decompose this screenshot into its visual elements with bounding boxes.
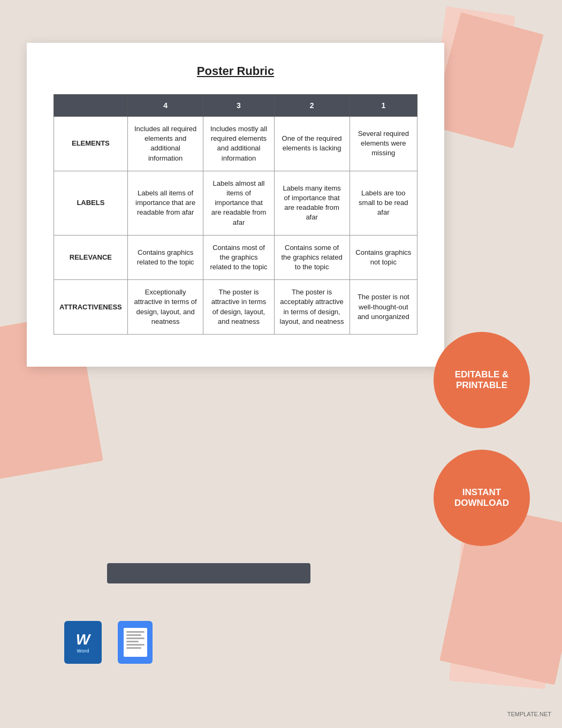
- row-label-labels: LABELS: [54, 171, 128, 235]
- relevance-2: Contains some of the graphics related to…: [274, 235, 350, 280]
- labels-2: Labels many items of importance that are…: [274, 171, 350, 235]
- header-1: 1: [350, 95, 417, 117]
- elements-3: Includes mostly all required elements an…: [203, 117, 274, 171]
- relevance-1: Contains graphics not topic: [350, 235, 417, 280]
- instant-download-badge: INSTANT DOWNLOAD: [434, 450, 530, 546]
- editable-line2: PRINTABLE: [456, 380, 507, 391]
- header-2: 2: [274, 95, 350, 117]
- page-title: Poster Rubric: [54, 64, 417, 78]
- table-row: LABELS Labels all items of importance th…: [54, 171, 417, 235]
- word-icon[interactable]: W Word: [64, 621, 102, 664]
- header-category: [54, 95, 128, 117]
- gdoc-line: [126, 647, 142, 649]
- relevance-4: Contains graphics related to the topic: [127, 235, 203, 280]
- gdoc-line: [126, 641, 139, 642]
- editable-line1: EDITABLE &: [455, 369, 509, 380]
- elements-1: Several required elements were missing: [350, 117, 417, 171]
- document-card: Poster Rubric 4 3 2 1 ELEMENTS Includes …: [27, 43, 444, 367]
- table-row: RELEVANCE Contains graphics related to t…: [54, 235, 417, 280]
- table-row: ELEMENTS Includes all required elements …: [54, 117, 417, 171]
- elements-4: Includes all required elements and addit…: [127, 117, 203, 171]
- gdoc-line: [126, 634, 142, 636]
- gdoc-icon[interactable]: [118, 621, 153, 664]
- attractiveness-3: The poster is attractive in terms of des…: [203, 280, 274, 335]
- table-row: ATTRACTIVENESS Exceptionally attractive …: [54, 280, 417, 335]
- row-label-elements: ELEMENTS: [54, 117, 128, 171]
- row-label-attractiveness: ATTRACTIVENESS: [54, 280, 128, 335]
- labels-4: Labels all items of importance that are …: [127, 171, 203, 235]
- gdoc-line: [126, 644, 145, 646]
- relevance-3: Contains most of the graphics related to…: [203, 235, 274, 280]
- header-4: 4: [127, 95, 203, 117]
- attractiveness-4: Exceptionally attractive in terms of des…: [127, 280, 203, 335]
- download-line1: INSTANT: [462, 487, 501, 498]
- gdoc-icon-inner: [124, 628, 147, 657]
- word-icon-letter: W: [76, 631, 90, 648]
- rubric-table: 4 3 2 1 ELEMENTS Includes all required e…: [54, 94, 417, 335]
- gdoc-line: [126, 638, 145, 639]
- watermark: TEMPLATE.NET: [507, 711, 551, 717]
- attractiveness-1: The poster is not well-thought-out and u…: [350, 280, 417, 335]
- word-icon-sub: Word: [77, 648, 89, 654]
- download-bar[interactable]: [107, 563, 310, 583]
- header-3: 3: [203, 95, 274, 117]
- file-icons-area: W Word: [64, 621, 153, 664]
- attractiveness-2: The poster is acceptably attractive in t…: [274, 280, 350, 335]
- gdoc-line: [126, 631, 145, 633]
- download-line2: DOWNLOAD: [454, 498, 509, 509]
- labels-3: Labels almost all items of importance th…: [203, 171, 274, 235]
- labels-1: Labels are too small to be read afar: [350, 171, 417, 235]
- elements-2: One of the required elements is lacking: [274, 117, 350, 171]
- row-label-relevance: RELEVANCE: [54, 235, 128, 280]
- editable-printable-badge: EDITABLE & PRINTABLE: [434, 332, 530, 428]
